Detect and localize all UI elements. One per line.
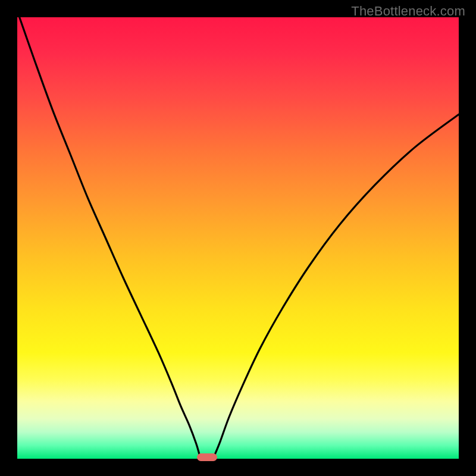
chart-frame: TheBottleneck.com xyxy=(0,0,476,476)
plot-area xyxy=(17,17,459,459)
attribution-text: TheBottleneck.com xyxy=(351,4,465,19)
minimum-marker xyxy=(197,453,217,461)
